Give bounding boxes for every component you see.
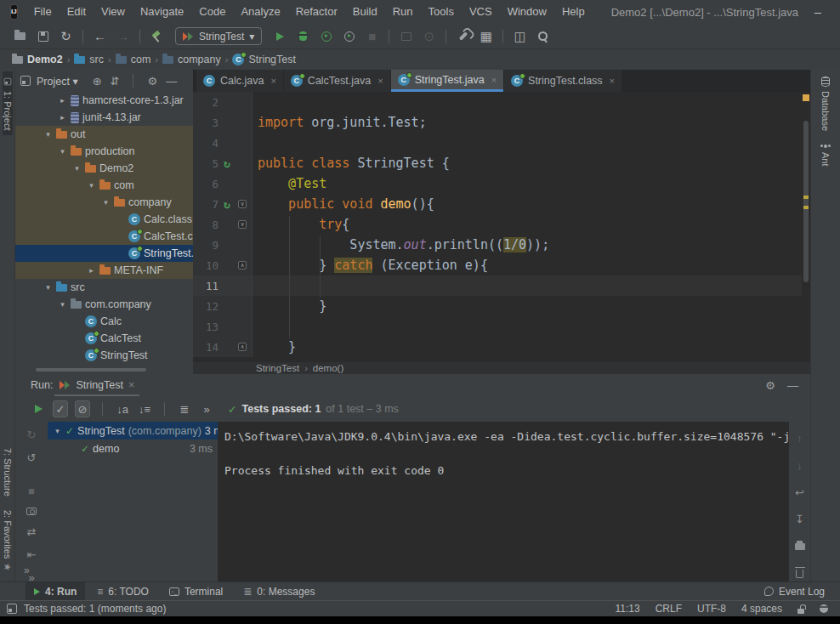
thread-dump-icon[interactable] bbox=[24, 508, 39, 515]
toolwindow-button-0-messages[interactable]: ≣0: Messages bbox=[235, 582, 323, 601]
code-line-14[interactable]: 14∧} bbox=[193, 337, 810, 357]
test-tree-item-stringtest[interactable]: ▾✓StringTest(com.company)3 ms bbox=[48, 422, 218, 440]
tree-arrow-icon[interactable]: ▾ bbox=[53, 427, 62, 435]
settings-icon[interactable] bbox=[456, 28, 470, 45]
code-line-13[interactable]: 13 bbox=[193, 316, 810, 337]
menu-tools[interactable]: Tools bbox=[421, 5, 462, 18]
rerun-test-icon[interactable]: ↻ bbox=[224, 157, 230, 170]
tree-item-stringtest-class[interactable]: CStringTest.class bbox=[15, 245, 193, 262]
code-line-12[interactable]: 12} bbox=[193, 296, 810, 316]
scroll-up-icon[interactable]: ↑ bbox=[792, 430, 808, 446]
editor-tab-calctest-java[interactable]: CCalcTest.java× bbox=[284, 70, 390, 92]
code-line-8[interactable]: 8∨try{ bbox=[193, 214, 810, 235]
run-with-coverage-icon[interactable] bbox=[319, 28, 333, 45]
soft-wrap-icon[interactable]: ↩ bbox=[792, 485, 808, 501]
menu-navigate[interactable]: Navigate bbox=[133, 5, 191, 18]
open-project-icon[interactable] bbox=[13, 28, 27, 45]
tree-item-calc-class[interactable]: CCalc.class bbox=[15, 211, 193, 228]
editor-error-stripe[interactable] bbox=[802, 92, 810, 362]
profile-icon[interactable] bbox=[342, 28, 356, 45]
rerun-failed-tests-icon[interactable]: ↻ bbox=[24, 428, 39, 441]
tree-item-demo2[interactable]: ▾Demo2 bbox=[15, 160, 193, 177]
menu-refactor[interactable]: Refactor bbox=[288, 5, 345, 18]
clear-all-icon[interactable] bbox=[792, 565, 808, 581]
code-line-9[interactable]: 9System.out.println((1/0)); bbox=[193, 235, 810, 255]
tree-item-src[interactable]: ▾src bbox=[15, 279, 193, 296]
status-message[interactable]: Tests passed: 1 (moments ago) bbox=[24, 603, 166, 615]
show-ignored-icon[interactable]: ⊘ bbox=[75, 400, 90, 417]
status-utf-8[interactable]: UTF-8 bbox=[697, 603, 726, 615]
status-4-spaces[interactable]: 4 spaces bbox=[741, 603, 782, 615]
run-test-gutter-icon[interactable]: ↻ bbox=[219, 196, 236, 212]
run-tab-stringtest[interactable]: StringTest × bbox=[53, 374, 141, 396]
toolwindow-switcher-icon[interactable] bbox=[7, 604, 17, 614]
tree-arrow-icon[interactable]: ▸ bbox=[58, 96, 67, 105]
search-everywhere-icon[interactable] bbox=[536, 28, 550, 45]
code-line-2[interactable]: 2 bbox=[193, 92, 810, 112]
stripe-button-1-project[interactable]: 1: Project bbox=[3, 71, 13, 135]
close-tab-icon[interactable]: × bbox=[491, 75, 497, 85]
breadcrumb-item-company[interactable]: company bbox=[162, 54, 221, 65]
code-line-6[interactable]: 6@Test bbox=[193, 173, 810, 194]
scroll-down-icon[interactable]: ↓ bbox=[792, 457, 808, 474]
print-icon[interactable] bbox=[792, 538, 808, 554]
rerun-icon[interactable] bbox=[31, 400, 46, 417]
back-icon[interactable]: ← bbox=[93, 28, 107, 45]
stripe-button-2-favorites[interactable]: 2: Favorites★ bbox=[2, 505, 13, 576]
menu-view[interactable]: View bbox=[94, 5, 133, 18]
tree-item-com-company[interactable]: ▾com.company bbox=[15, 296, 193, 313]
minimize-button[interactable]: – bbox=[798, 0, 837, 24]
test-history-icon[interactable]: ⇄ bbox=[24, 525, 39, 538]
editor-breadcrumb-item[interactable]: StringTest bbox=[256, 363, 299, 373]
project-horizontal-scrollbar[interactable] bbox=[36, 368, 146, 372]
menu-window[interactable]: Window bbox=[500, 5, 554, 18]
toolwindow-button-4-run[interactable]: 4: Run bbox=[26, 582, 85, 601]
editor-tab-stringtest-class[interactable]: CStringTest.class× bbox=[504, 70, 621, 92]
fold-close-icon[interactable]: ∧ bbox=[238, 343, 247, 351]
breadcrumb-item-src[interactable]: src bbox=[74, 54, 104, 65]
editor-tab-stringtest-java[interactable]: CStringTest.java× bbox=[391, 70, 503, 92]
editor-scrollbar-thumb[interactable] bbox=[803, 121, 809, 282]
tree-arrow-icon[interactable]: ▸ bbox=[58, 113, 67, 122]
tree-item-company[interactable]: ▾company bbox=[15, 194, 193, 211]
stripe-button-ant[interactable]: Ant bbox=[820, 139, 831, 172]
tree-arrow-icon[interactable]: ▾ bbox=[43, 130, 53, 139]
run-console[interactable]: D:\Software\Java\JDK9.0.4\bin\java.exe -… bbox=[218, 422, 789, 581]
code-line-5[interactable]: 5↻public class StringTest { bbox=[193, 153, 810, 173]
tree-item-hamcrest-core-1-3-jar[interactable]: ▸hamcrest-core-1.3.jar bbox=[15, 92, 193, 109]
tree-arrow-icon[interactable]: ▸ bbox=[87, 266, 96, 275]
save-all-icon[interactable] bbox=[36, 28, 50, 45]
synchronize-icon[interactable]: ↻ bbox=[59, 28, 73, 45]
tree-item-calctest-class[interactable]: CCalcTest.class bbox=[15, 228, 193, 245]
tree-item-com[interactable]: ▾com bbox=[15, 177, 193, 194]
code-editor[interactable]: 23import org.junit.Test;45↻public class … bbox=[193, 92, 810, 362]
run-test-gutter-icon[interactable]: ↻ bbox=[219, 156, 236, 171]
code-line-10[interactable]: 10∧} catch (Exception e){ bbox=[193, 255, 810, 275]
tree-item-junit-4-13-jar[interactable]: ▸junit-4.13.jar bbox=[15, 109, 193, 126]
stop-process-icon[interactable]: ■ bbox=[24, 485, 39, 497]
show-passed-icon[interactable]: ✓ bbox=[53, 400, 68, 417]
locate-file-icon[interactable]: ⊕ bbox=[93, 75, 102, 88]
tree-arrow-icon[interactable]: ▾ bbox=[72, 164, 82, 173]
inspections-profile-icon[interactable] bbox=[820, 604, 828, 613]
stop-icon[interactable]: ■ bbox=[365, 28, 379, 45]
forward-icon[interactable]: → bbox=[116, 28, 130, 45]
debug-icon[interactable] bbox=[296, 28, 310, 45]
menu-help[interactable]: Help bbox=[554, 5, 593, 18]
menu-file[interactable]: File bbox=[26, 5, 60, 18]
editor-breadcrumb-item[interactable]: demo() bbox=[313, 363, 343, 373]
code-line-4[interactable]: 4 bbox=[193, 133, 810, 153]
stripe-button-database[interactable]: Database bbox=[820, 71, 831, 136]
breadcrumb-item-demo2[interactable]: Demo2 bbox=[12, 54, 63, 65]
attach-to-process-icon[interactable] bbox=[399, 28, 413, 45]
hide-panel-icon[interactable]: — bbox=[166, 75, 177, 88]
run-settings-icon[interactable]: ⚙ bbox=[765, 379, 775, 392]
status-11-13[interactable]: 11:13 bbox=[615, 603, 639, 615]
code-line-11[interactable]: 11 bbox=[193, 275, 810, 296]
warning-stripe-mark[interactable] bbox=[803, 206, 809, 209]
panel-settings-icon[interactable]: ⚙ bbox=[147, 75, 157, 88]
menu-run[interactable]: Run bbox=[385, 5, 421, 18]
close-tab-icon[interactable]: × bbox=[270, 76, 275, 86]
tree-item-stringtest[interactable]: CStringTest bbox=[15, 347, 193, 364]
status-crlf[interactable]: CRLF bbox=[656, 603, 682, 615]
